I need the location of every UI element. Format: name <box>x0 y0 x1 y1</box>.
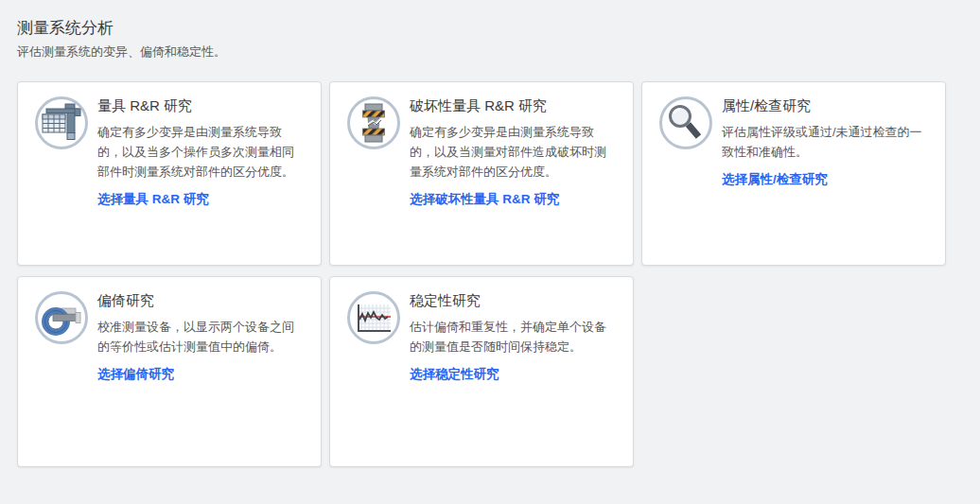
card-description: 确定有多少变异是由测量系统导致的，以及当多个操作员多次测量相同部件时测量系统对部… <box>97 122 306 182</box>
card-title: 破坏性量具 R&R 研究 <box>410 96 618 114</box>
page-title: 测量系统分析 <box>17 19 963 38</box>
micrometer-icon <box>35 291 88 344</box>
card-stability-study: 稳定性研究 估计偏倚和重复性，并确定单个设备的测量值是否随时间保持稳定。 选择稳… <box>329 276 634 467</box>
card-gage-rr-study: 量具 R&R 研究 确定有多少变异是由测量系统导致的，以及当多个操作员多次测量相… <box>17 81 322 266</box>
select-attribute-inspection-link[interactable]: 选择属性/检查研究 <box>722 171 828 188</box>
select-bias-link[interactable]: 选择偏倚研究 <box>97 366 174 383</box>
magnifier-icon <box>659 96 712 149</box>
card-description: 校准测量设备，以显示两个设备之间的等价性或估计测量值中的偏倚。 <box>97 317 306 356</box>
card-title: 偏倚研究 <box>97 291 306 309</box>
card-title: 属性/检查研究 <box>722 96 930 114</box>
run-chart-icon <box>347 291 400 344</box>
caliper-icon <box>35 96 88 149</box>
msa-page: 测量系统分析 评估测量系统的变异、偏倚和稳定性。 <box>0 0 980 467</box>
select-gage-rr-link[interactable]: 选择量具 R&R 研究 <box>97 191 209 208</box>
card-bias-study: 偏倚研究 校准测量设备，以显示两个设备之间的等价性或估计测量值中的偏倚。 选择偏… <box>17 276 322 467</box>
card-description: 估计偏倚和重复性，并确定单个设备的测量值是否随时间保持稳定。 <box>410 317 618 356</box>
page-subtitle: 评估测量系统的变异、偏倚和稳定性。 <box>17 44 963 60</box>
card-destructive-gage-rr-study: 破坏性量具 R&R 研究 确定有多少变异是由测量系统导致的，以及当测量对部件造成… <box>329 81 634 266</box>
study-cards-grid: 量具 R&R 研究 确定有多少变异是由测量系统导致的，以及当多个操作员多次测量相… <box>17 81 963 467</box>
card-description: 确定有多少变异是由测量系统导致的，以及当测量对部件造成破坏时测量系统对部件的区分… <box>410 122 618 182</box>
card-title: 稳定性研究 <box>410 291 618 309</box>
destructive-specimen-icon <box>347 96 400 149</box>
select-destructive-gage-rr-link[interactable]: 选择破坏性量具 R&R 研究 <box>410 191 559 208</box>
select-stability-link[interactable]: 选择稳定性研究 <box>410 366 499 383</box>
card-description: 评估属性评级或通过/未通过检查的一致性和准确性。 <box>722 122 930 162</box>
card-title: 量具 R&R 研究 <box>97 96 306 114</box>
card-attribute-inspection-study: 属性/检查研究 评估属性评级或通过/未通过检查的一致性和准确性。 选择属性/检查… <box>641 81 946 266</box>
